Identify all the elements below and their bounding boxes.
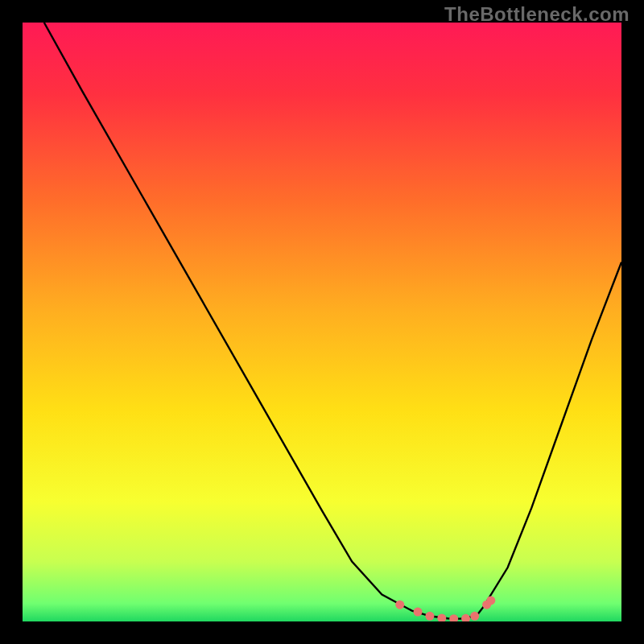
highlight-dot (425, 612, 434, 621)
watermark-text: TheBottleneck.com (444, 3, 630, 26)
bottom-threshold-band (23, 611, 621, 621)
plot-background (23, 23, 621, 621)
highlight-dot (486, 596, 495, 605)
chart-container: TheBottleneck.com (0, 0, 644, 644)
chart-svg (0, 0, 644, 644)
highlight-dot (470, 612, 479, 621)
highlight-dot (395, 601, 404, 609)
highlight-dot (437, 613, 446, 622)
highlight-dot (414, 608, 423, 617)
